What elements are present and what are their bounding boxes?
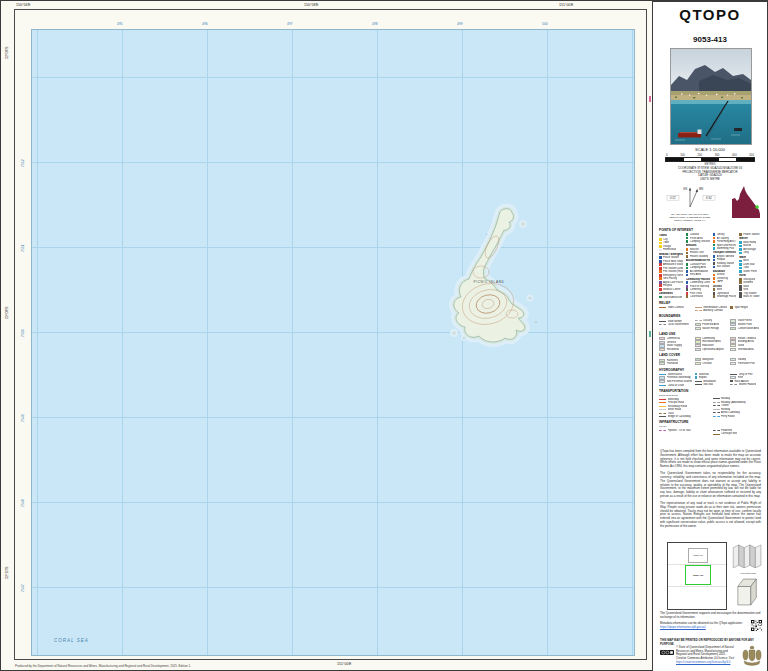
graticule-label-top-mid: 150°58'E: [304, 3, 319, 7]
legend-label: Ferry Route: [721, 415, 735, 418]
legend: POINTS OF INTERESTTownsCityTownVillageHo…: [659, 226, 763, 436]
sheet-location-marker: [755, 205, 759, 209]
map-grid-line: [37, 30, 38, 655]
production-note: Produced by the Department of Natural Re…: [15, 664, 445, 668]
legend-label: Medical Centre: [663, 288, 680, 291]
legend-swatch: [686, 252, 689, 255]
tug-boat: [734, 128, 742, 131]
legend-label: Orchard: [702, 362, 711, 365]
legend-swatch: [659, 430, 666, 431]
legend-label: Conservation Area: [738, 327, 759, 330]
graticule-label-top-left: 150°56'E: [16, 3, 31, 7]
map-grid-line: [32, 417, 634, 418]
legend-swatch: [686, 240, 689, 243]
grid-value-label: 7549: [21, 414, 25, 422]
disclaimer-paragraph: The representation of any road or track …: [660, 502, 761, 529]
legend-label: Operational Airport: [702, 348, 724, 351]
legend-label: Power Station: [743, 233, 759, 236]
legend-swatch: [659, 406, 666, 407]
grid-value-label: 496: [202, 22, 208, 26]
scale-tick-label: 200: [697, 153, 702, 157]
legend-label: Mast or Tower: [743, 295, 759, 298]
legend-item: Index Contour: [659, 306, 692, 309]
grid-value-label: 7550: [21, 329, 25, 337]
legend-item: Bridge or Causeway: [659, 415, 710, 418]
map-grid-line: [32, 502, 634, 503]
map-grid-line: [122, 30, 123, 655]
declination-note: GRID MAGNETIC ANGLE: 6.4°: [659, 219, 721, 222]
legend-item: Local Government: [659, 323, 692, 326]
legend-section-items: CommercialDefenceWater SupplyResidential…: [659, 337, 763, 351]
legend-swatch: [739, 241, 742, 244]
legend-label: Courthouse: [690, 295, 703, 298]
svg-text:GN: GN: [683, 187, 687, 191]
legend-swatch: [739, 285, 742, 288]
legend-label: Auxiliary Contour: [703, 309, 723, 312]
legend-swatch: [713, 402, 720, 403]
support-statement: The Queensland Government supports and e…: [660, 612, 761, 620]
legend-section-title: BOUNDARIES: [659, 314, 763, 318]
island-graphic: PICNIC ISLAND: [420, 202, 550, 347]
legend-item: Plantation: [659, 362, 692, 365]
grid-value-label: 7547: [21, 584, 25, 592]
scale-tick-label: 300: [715, 153, 720, 157]
legend-item: Marine Hazard: [730, 383, 763, 386]
legend-label: Swimming Pool: [717, 247, 735, 250]
queensland-coat-of-arms: [741, 644, 763, 668]
legend-swatch: [659, 256, 662, 259]
legend-item: Sewerage Facility: [713, 295, 737, 298]
legend-swatch: [659, 288, 662, 291]
legend-swatch: [730, 384, 737, 385]
map-grid-line: [292, 30, 293, 655]
legend-section-items: RainforestPlantationMangroveOrchardSwamp…: [659, 358, 763, 365]
legend-swatch: [659, 238, 662, 241]
legend-swatch: [686, 292, 689, 295]
legend-label: Jetty: [743, 251, 748, 254]
legend-label: Nature Refuge: [702, 327, 719, 330]
licence-link[interactable]: https://creativecommons.org/licenses/by/…: [676, 660, 730, 664]
legend-swatch: [713, 240, 716, 243]
legend-section-title: LAND COVER: [659, 353, 763, 357]
legend-swatch: [713, 409, 720, 410]
legend-swatch: [659, 263, 662, 266]
legend-item: Spot Height: [730, 306, 763, 309]
legend-item: TAFE: [713, 280, 737, 283]
map-fold-diagram: [731, 544, 765, 568]
grid-value-label: 495: [117, 22, 123, 26]
legend-swatch: [659, 277, 662, 280]
legend-item: Historic Building: [686, 255, 710, 258]
scale-tick-label: 500: [749, 153, 754, 157]
legend-label: Rest Area: [690, 273, 701, 276]
declination-block: GN MN 0°22' 6°44' GN AND MN DIAGRAMMATIC…: [659, 185, 763, 225]
copyright-text: © State of Queensland (Department of Nat…: [676, 646, 737, 664]
metadata-link[interactable]: https://qtopo.information.qld.gov.au/: [660, 625, 706, 629]
scale-tick-label: 0: [666, 153, 668, 157]
legend-label: Spot Height: [734, 306, 748, 309]
grid-value-label: 497: [287, 22, 293, 26]
cover-photo: [670, 48, 752, 145]
legend-swatch: [730, 374, 737, 375]
grid-value-label: 500: [542, 22, 548, 26]
legend-label: Homestead: [663, 248, 676, 251]
scale-bar: [665, 157, 755, 162]
legend-section-title: RELIEF: [659, 301, 763, 305]
legend-item: Residential: [659, 348, 692, 351]
map-grid-line: [32, 162, 634, 163]
legend-item: Sea Wall: [695, 383, 728, 386]
legend-label: Local Government: [668, 323, 689, 326]
legend-label: Foreshore Flat: [738, 362, 755, 365]
island-name-label: PICNIC ISLAND: [473, 280, 504, 284]
legend-label: Water Point: [743, 270, 756, 273]
legend-label: Bus Station: [717, 265, 730, 268]
legend-section-title: LAND USE: [659, 332, 763, 336]
legend-swatch: [659, 324, 666, 325]
legend-swatch: [695, 373, 698, 376]
legend-item: Bus Station: [713, 265, 737, 268]
legend-swatch: [739, 292, 742, 295]
legend-label: Sewerage Facility: [717, 295, 737, 298]
legend-swatch: [686, 295, 689, 298]
legend-swatch: [659, 245, 662, 248]
legend-item: Swimming Pool: [713, 247, 737, 250]
legend-label: Historic Building: [690, 255, 709, 258]
legend-swatch: [713, 398, 720, 399]
